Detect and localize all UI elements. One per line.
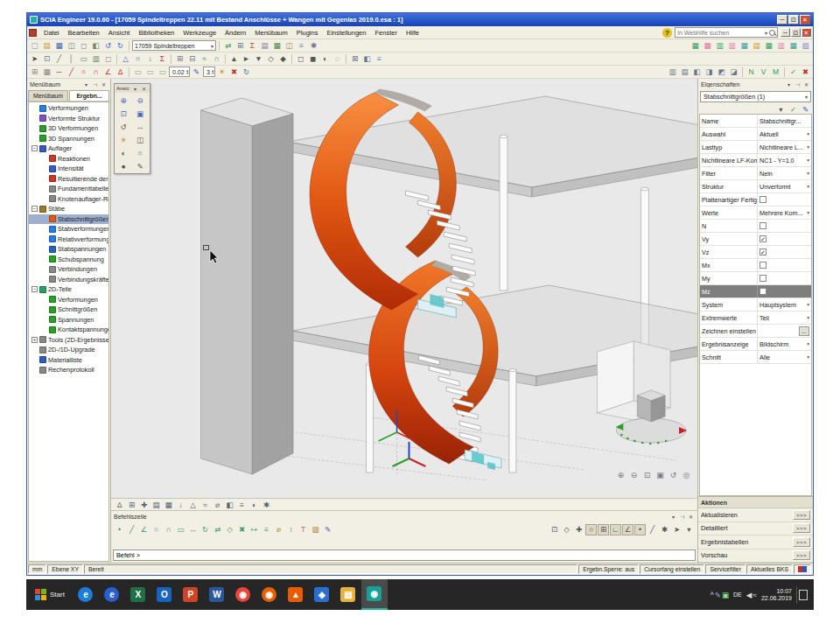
copy-picture-icon[interactable]: ◧ [90,40,102,52]
menu-item-einstellungen[interactable]: Einstellungen [322,28,370,38]
vp-zoom-out-icon[interactable]: ⊖ [628,469,640,480]
cmd-mirror-icon[interactable]: ⇄ [212,524,223,536]
action-vorschau-button[interactable]: >>> [793,550,810,560]
chevron-down-icon[interactable]: ▾ [807,354,809,360]
language-indicator[interactable]: DE [733,592,742,598]
transparency-icon[interactable]: ◌ [332,53,343,65]
cmd-measure-icon[interactable]: ⌀ [273,524,284,536]
scale-edit-icon[interactable]: ✎ [191,66,202,78]
chevron-down-icon[interactable]: ▾ [807,341,809,346]
column-lower-2[interactable] [509,368,516,472]
property-value-my[interactable] [758,272,811,284]
tree-expander-icon[interactable]: − [32,145,38,151]
menu-item-plugins[interactable]: Plugins [292,28,323,38]
viewport-3d-scene[interactable] [111,79,697,498]
cmd-rotate-icon[interactable]: ↻ [200,524,211,536]
tree-item-verformte-struktur[interactable]: Verformte Struktur [29,114,108,124]
axo-view-icon[interactable]: ◇ [265,53,276,65]
snap-endpoint-icon[interactable]: ⊡ [549,524,560,536]
tree-item-auflager[interactable]: −Auflager [29,144,108,154]
rotate-view-icon[interactable]: ↺ [116,120,131,133]
chevron-down-icon[interactable]: ▾ [807,315,809,320]
checkbox[interactable] [760,288,766,295]
notification-center-icon[interactable] [796,586,808,604]
tree-expander-icon[interactable]: − [32,286,38,292]
tracking-icon[interactable]: ➤ [671,524,682,536]
zoom-all-icon[interactable]: ▣ [132,107,148,120]
chevron-down-icon[interactable]: ▾ [807,184,809,189]
checkbox[interactable] [760,275,766,282]
property-value-vy[interactable]: ✓ [758,233,811,245]
load-case-icon[interactable]: Σ [157,53,168,65]
plane-indicator[interactable]: Ebene XY [47,564,83,574]
shading-icon[interactable]: ◐ [116,146,131,159]
taskbar-app-outlook[interactable]: O [151,579,178,610]
render-icon[interactable]: ◐ [319,53,331,65]
restore-button[interactable]: ⊡ [791,28,801,37]
taskbar-app-edge[interactable]: e [73,579,99,610]
tab-ergebn[interactable]: Ergebn... [69,90,109,101]
tab-menübaum[interactable]: Menübaum [28,90,68,101]
taskbar-app-excel[interactable]: X [125,579,151,610]
tray-shield-icon[interactable]: ▣ [722,589,729,600]
action-aktualisieren-button[interactable]: >>> [793,510,810,520]
tree-item-kontaktspannungen[interactable]: Kontaktspannungen [29,325,108,335]
result-lock-toggle[interactable]: Ergebn.Sperre: aus [578,564,639,574]
cmd-trim-icon[interactable]: ✖ [236,524,248,536]
action-ergebnistabellen-button[interactable]: >>> [793,537,810,547]
iso-view-4-icon[interactable]: ◪ [728,66,739,78]
panel-close-icon[interactable]: ✕ [687,513,695,521]
taskbar-app-chrome[interactable]: ◉ [230,579,256,610]
section-display-icon[interactable]: ⌀ [212,499,223,510]
tree-item-2d-1d-upgrade[interactable]: 2D-/1D-Upgrade [29,345,108,355]
wireframe-mode-icon[interactable]: ○ [132,146,148,159]
checkbox[interactable] [760,262,766,269]
document-icon[interactable]: ▤ [751,40,762,52]
command-input[interactable] [113,550,696,561]
cmd-point-icon[interactable]: • [114,524,125,536]
property-value-extremwerte[interactable]: Teil▾ [758,312,811,324]
draw-angle-icon[interactable]: ∠ [102,66,114,78]
checkbox[interactable]: ✓ [760,248,766,256]
property-value-filter[interactable]: Nein▾ [758,167,811,179]
print-preview-icon[interactable]: ◻ [78,40,89,52]
cmd-text-icon[interactable]: T [298,524,309,536]
tree-item-materialliste[interactable]: Materialliste [29,355,108,366]
chevron-down-icon[interactable]: ▾ [807,210,809,215]
beam-icon[interactable]: ╱ [53,53,65,65]
snap-grid-icon[interactable]: ⊞ [598,524,609,536]
new-project-icon[interactable]: ▢ [29,40,40,52]
activity-icon[interactable]: ◧ [361,53,373,65]
snapshot-icon[interactable]: ◫ [132,133,148,146]
regenerate-icon[interactable]: ↻ [241,66,252,78]
style-box-1-icon[interactable]: ▭ [132,66,144,78]
panel-icon[interactable]: ▥ [775,40,787,52]
property-value-system[interactable]: Hauptsystem▾ [758,298,811,311]
tree-item-schubspannung[interactable]: Schubspannung [29,255,108,265]
load-display-icon[interactable]: ↓ [175,499,186,510]
property-value-lasttyp[interactable]: Nichtlineare L...▾ [758,141,811,153]
erase-icon[interactable]: ✖ [228,66,240,78]
vp-zoom-in-icon[interactable]: ⊕ [615,469,626,480]
vp-rotate-icon[interactable]: ↺ [668,469,679,480]
taskbar-app-browser[interactable]: e [99,579,125,610]
tree-item-stabschnittgrößen[interactable]: Stabschnittgrößen [29,214,108,225]
wall-icon[interactable]: ▥ [90,53,102,65]
grid-icon[interactable]: ▦ [763,40,774,52]
chevron-down-icon[interactable]: ▾ [807,144,809,150]
snap-center-icon[interactable]: ○ [585,524,597,536]
accept-icon[interactable]: ✓ [788,66,799,78]
panel-close-icon[interactable]: ✕ [802,80,810,88]
pan-view-icon[interactable]: ↔ [132,120,148,133]
dot-grid-icon[interactable]: ⊞ [29,66,40,78]
palette-menu-icon[interactable]: ▾ [131,85,139,93]
menu-item-hilfe[interactable]: Hilfe [402,28,424,38]
clock[interactable]: 10:07 22.06.2019 [761,588,792,602]
settings-icon[interactable]: ✱ [308,40,319,52]
calculator-icon[interactable]: ⊞ [234,40,246,52]
snap-ortho-icon[interactable]: ∟ [610,524,621,536]
tree-item-resultierende-der-re[interactable]: Resultierende der Re [29,174,108,185]
chevron-down-icon[interactable]: ▾ [807,131,809,136]
action-detailliert-button[interactable]: >>> [793,523,810,533]
property-value-name[interactable]: Stabschnittgr... [758,115,811,127]
